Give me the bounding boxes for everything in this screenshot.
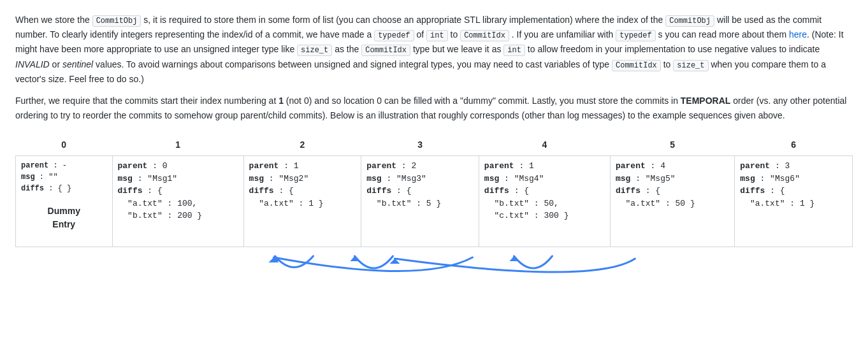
arrows-diagram bbox=[16, 247, 853, 292]
typedef-inline: typedef bbox=[374, 30, 414, 41]
dummy-entry-label: DummyEntry bbox=[21, 204, 107, 243]
diagram-section: 0 1 2 3 4 5 6 parent : - msg : "" diffs … bbox=[15, 138, 853, 292]
cell-4: parent : 1 msg : "Msg4" diffs : { "b.txt… bbox=[479, 156, 610, 247]
diffs-label-0: diffs : { } bbox=[21, 184, 71, 193]
here-link[interactable]: here bbox=[789, 29, 807, 39]
bold-1: 1 bbox=[278, 96, 284, 106]
col-header-5: 5 bbox=[610, 138, 734, 156]
int-inline-1: int bbox=[426, 30, 448, 41]
cell-0-fields: parent : - msg : "" diffs : { } bbox=[21, 160, 107, 194]
invalid-italic: INVALID bbox=[15, 59, 50, 69]
commitidx-inline-1: CommitIdx bbox=[460, 30, 509, 41]
commitidx-inline-2: CommitIdx bbox=[361, 45, 410, 56]
data-row: parent : - msg : "" diffs : { } DummyEnt… bbox=[16, 156, 853, 247]
sizet-inline-2: size_t bbox=[673, 60, 708, 71]
sizet-inline-1: size_t bbox=[297, 45, 332, 56]
msg-label-0: msg : "" bbox=[21, 173, 58, 182]
col-header-0: 0 bbox=[16, 138, 113, 156]
col-header-2: 2 bbox=[243, 138, 361, 156]
column-header-row: 0 1 2 3 4 5 6 bbox=[16, 138, 853, 156]
cell-1: parent : 0 msg : "Msg1" diffs : { "a.txt… bbox=[112, 156, 243, 247]
paragraph-2: Further, we require that the commits sta… bbox=[15, 94, 853, 122]
typedef-inline-2: typedef bbox=[616, 30, 655, 41]
cell-6: parent : 3 msg : "Msg6" diffs : { "a.txt… bbox=[735, 156, 853, 247]
col-header-4: 4 bbox=[479, 138, 610, 156]
commitobj-inline-2: CommitObj bbox=[665, 15, 714, 27]
col-header-6: 6 bbox=[735, 138, 853, 156]
int-inline-2: int bbox=[503, 45, 525, 56]
cell-0: parent : - msg : "" diffs : { } DummyEnt… bbox=[16, 156, 113, 247]
col-header-3: 3 bbox=[361, 138, 479, 156]
commitidx-inline-3: CommitIdx bbox=[612, 60, 661, 71]
commitobj-inline-1: CommitObj bbox=[92, 15, 141, 27]
to-word: to bbox=[451, 29, 458, 39]
prose-section: When we store the CommitObj s, it is req… bbox=[15, 13, 853, 122]
arrow-row bbox=[16, 247, 853, 292]
col-header-1: 1 bbox=[112, 138, 243, 156]
paragraph-1: When we store the CommitObj s, it is req… bbox=[15, 13, 853, 86]
parent-label-0: parent : - bbox=[21, 161, 67, 170]
commit-table: 0 1 2 3 4 5 6 parent : - msg : "" diffs … bbox=[15, 138, 853, 292]
cell-5: parent : 4 msg : "Msg5" diffs : { "a.txt… bbox=[610, 156, 734, 247]
bold-temporal: TEMPORAL bbox=[681, 96, 731, 106]
arrows-cell bbox=[16, 247, 853, 292]
cell-2: parent : 1 msg : "Msg2" diffs : { "a.txt… bbox=[243, 156, 361, 247]
arrows-svg bbox=[16, 250, 853, 288]
cell-3: parent : 2 msg : "Msg3" diffs : { "b.txt… bbox=[361, 156, 479, 247]
sentinel-italic: sentinel bbox=[62, 59, 93, 69]
